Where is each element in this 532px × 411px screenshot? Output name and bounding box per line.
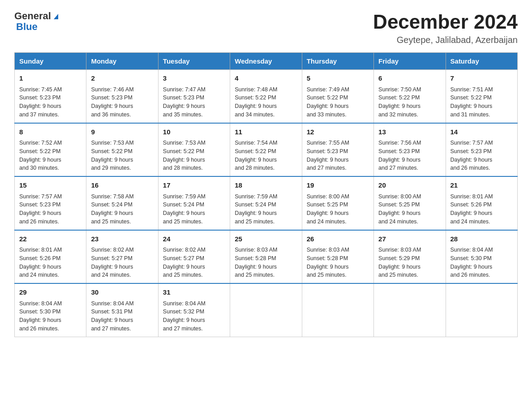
table-row	[446, 283, 517, 337]
table-row: 11 Sunrise: 7:54 AMSunset: 5:22 PMDaylig…	[230, 123, 302, 177]
day-number: 29	[19, 287, 82, 298]
day-info: Sunrise: 8:02 AMSunset: 5:27 PMDaylight:…	[163, 246, 225, 279]
day-info: Sunrise: 7:50 AMSunset: 5:22 PMDaylight:…	[378, 86, 441, 119]
day-number: 27	[378, 234, 441, 244]
table-row: 2 Sunrise: 7:46 AMSunset: 5:23 PMDayligh…	[86, 70, 158, 123]
table-row	[374, 283, 446, 337]
logo-blue-text: Blue	[14, 21, 60, 32]
svg-marker-0	[54, 14, 58, 19]
month-title: December 2024	[373, 11, 518, 33]
day-info: Sunrise: 8:01 AMSunset: 5:26 PMDaylight:…	[450, 193, 513, 226]
day-number: 1	[19, 73, 82, 84]
col-tuesday: Tuesday	[158, 53, 230, 70]
day-info: Sunrise: 7:49 AMSunset: 5:22 PMDaylight:…	[307, 86, 369, 119]
table-row: 30 Sunrise: 8:04 AMSunset: 5:31 PMDaylig…	[86, 283, 158, 337]
day-info: Sunrise: 8:03 AMSunset: 5:28 PMDaylight:…	[307, 246, 369, 279]
day-number: 28	[450, 234, 513, 244]
logo: General Blue	[14, 11, 60, 32]
day-number: 9	[91, 127, 153, 137]
table-row: 18 Sunrise: 7:59 AMSunset: 5:24 PMDaylig…	[230, 176, 302, 230]
day-info: Sunrise: 7:59 AMSunset: 5:24 PMDaylight:…	[163, 193, 225, 226]
calendar-week-row: 15 Sunrise: 7:57 AMSunset: 5:23 PMDaylig…	[15, 176, 518, 230]
table-row: 21 Sunrise: 8:01 AMSunset: 5:26 PMDaylig…	[446, 176, 517, 230]
table-row: 13 Sunrise: 7:56 AMSunset: 5:23 PMDaylig…	[374, 123, 446, 177]
day-info: Sunrise: 8:03 AMSunset: 5:28 PMDaylight:…	[235, 246, 297, 279]
calendar-week-row: 8 Sunrise: 7:52 AMSunset: 5:22 PMDayligh…	[15, 123, 518, 177]
table-row: 31 Sunrise: 8:04 AMSunset: 5:32 PMDaylig…	[158, 283, 230, 337]
day-number: 26	[307, 234, 369, 244]
day-info: Sunrise: 7:52 AMSunset: 5:22 PMDaylight:…	[19, 139, 82, 172]
day-info: Sunrise: 8:04 AMSunset: 5:31 PMDaylight:…	[91, 300, 153, 333]
day-info: Sunrise: 8:02 AMSunset: 5:27 PMDaylight:…	[91, 246, 153, 279]
day-number: 14	[450, 127, 513, 137]
day-number: 22	[19, 234, 82, 244]
col-friday: Friday	[374, 53, 446, 70]
table-row: 8 Sunrise: 7:52 AMSunset: 5:22 PMDayligh…	[15, 123, 86, 177]
logo-triangle-icon	[52, 12, 60, 20]
day-info: Sunrise: 7:45 AMSunset: 5:23 PMDaylight:…	[19, 86, 82, 119]
col-wednesday: Wednesday	[230, 53, 302, 70]
calendar-header-row: Sunday Monday Tuesday Wednesday Thursday…	[15, 53, 518, 70]
table-row: 26 Sunrise: 8:03 AMSunset: 5:28 PMDaylig…	[302, 230, 373, 284]
day-number: 17	[163, 180, 225, 191]
calendar-table: Sunday Monday Tuesday Wednesday Thursday…	[14, 52, 518, 337]
table-row: 20 Sunrise: 8:00 AMSunset: 5:25 PMDaylig…	[374, 176, 446, 230]
table-row: 23 Sunrise: 8:02 AMSunset: 5:27 PMDaylig…	[86, 230, 158, 284]
logo-general-text: General	[14, 11, 51, 21]
calendar-week-row: 22 Sunrise: 8:01 AMSunset: 5:26 PMDaylig…	[15, 230, 518, 284]
day-number: 24	[163, 234, 225, 244]
day-number: 16	[91, 180, 153, 191]
page-header: General Blue December 2024 Geytepe, Jali…	[14, 11, 518, 45]
day-number: 3	[163, 73, 225, 84]
day-number: 21	[450, 180, 513, 191]
day-number: 30	[91, 287, 153, 298]
table-row: 1 Sunrise: 7:45 AMSunset: 5:23 PMDayligh…	[15, 70, 86, 123]
table-row: 9 Sunrise: 7:53 AMSunset: 5:22 PMDayligh…	[86, 123, 158, 177]
table-row: 17 Sunrise: 7:59 AMSunset: 5:24 PMDaylig…	[158, 176, 230, 230]
day-number: 18	[235, 180, 297, 191]
table-row: 5 Sunrise: 7:49 AMSunset: 5:22 PMDayligh…	[302, 70, 373, 123]
table-row: 25 Sunrise: 8:03 AMSunset: 5:28 PMDaylig…	[230, 230, 302, 284]
table-row: 16 Sunrise: 7:58 AMSunset: 5:24 PMDaylig…	[86, 176, 158, 230]
day-number: 12	[307, 127, 369, 137]
day-number: 11	[235, 127, 297, 137]
table-row: 4 Sunrise: 7:48 AMSunset: 5:22 PMDayligh…	[230, 70, 302, 123]
day-number: 5	[307, 73, 369, 84]
table-row: 6 Sunrise: 7:50 AMSunset: 5:22 PMDayligh…	[374, 70, 446, 123]
day-info: Sunrise: 7:57 AMSunset: 5:23 PMDaylight:…	[19, 193, 82, 226]
calendar-week-row: 1 Sunrise: 7:45 AMSunset: 5:23 PMDayligh…	[15, 70, 518, 123]
table-row: 14 Sunrise: 7:57 AMSunset: 5:23 PMDaylig…	[446, 123, 517, 177]
col-monday: Monday	[86, 53, 158, 70]
day-info: Sunrise: 8:03 AMSunset: 5:29 PMDaylight:…	[378, 246, 441, 279]
table-row: 15 Sunrise: 7:57 AMSunset: 5:23 PMDaylig…	[15, 176, 86, 230]
day-number: 6	[378, 73, 441, 84]
day-number: 19	[307, 180, 369, 191]
day-number: 13	[378, 127, 441, 137]
day-number: 20	[378, 180, 441, 191]
day-info: Sunrise: 7:53 AMSunset: 5:22 PMDaylight:…	[163, 139, 225, 172]
day-number: 31	[163, 287, 225, 298]
table-row: 3 Sunrise: 7:47 AMSunset: 5:23 PMDayligh…	[158, 70, 230, 123]
day-info: Sunrise: 7:58 AMSunset: 5:24 PMDaylight:…	[91, 193, 153, 226]
col-thursday: Thursday	[302, 53, 373, 70]
day-number: 7	[450, 73, 513, 84]
table-row: 22 Sunrise: 8:01 AMSunset: 5:26 PMDaylig…	[15, 230, 86, 284]
col-sunday: Sunday	[15, 53, 86, 70]
day-info: Sunrise: 7:53 AMSunset: 5:22 PMDaylight:…	[91, 139, 153, 172]
table-row: 29 Sunrise: 8:04 AMSunset: 5:30 PMDaylig…	[15, 283, 86, 337]
day-info: Sunrise: 7:57 AMSunset: 5:23 PMDaylight:…	[450, 139, 513, 172]
day-info: Sunrise: 7:46 AMSunset: 5:23 PMDaylight:…	[91, 86, 153, 119]
calendar-week-row: 29 Sunrise: 8:04 AMSunset: 5:30 PMDaylig…	[15, 283, 518, 337]
day-info: Sunrise: 7:56 AMSunset: 5:23 PMDaylight:…	[378, 139, 441, 172]
table-row: 19 Sunrise: 8:00 AMSunset: 5:25 PMDaylig…	[302, 176, 373, 230]
table-row: 7 Sunrise: 7:51 AMSunset: 5:22 PMDayligh…	[446, 70, 517, 123]
table-row: 24 Sunrise: 8:02 AMSunset: 5:27 PMDaylig…	[158, 230, 230, 284]
day-info: Sunrise: 8:00 AMSunset: 5:25 PMDaylight:…	[307, 193, 369, 226]
day-info: Sunrise: 8:00 AMSunset: 5:25 PMDaylight:…	[378, 193, 441, 226]
table-row	[302, 283, 373, 337]
day-info: Sunrise: 8:04 AMSunset: 5:32 PMDaylight:…	[163, 300, 225, 333]
title-block: December 2024 Geytepe, Jalilabad, Azerba…	[373, 11, 518, 45]
day-number: 2	[91, 73, 153, 84]
day-number: 23	[91, 234, 153, 244]
table-row: 10 Sunrise: 7:53 AMSunset: 5:22 PMDaylig…	[158, 123, 230, 177]
